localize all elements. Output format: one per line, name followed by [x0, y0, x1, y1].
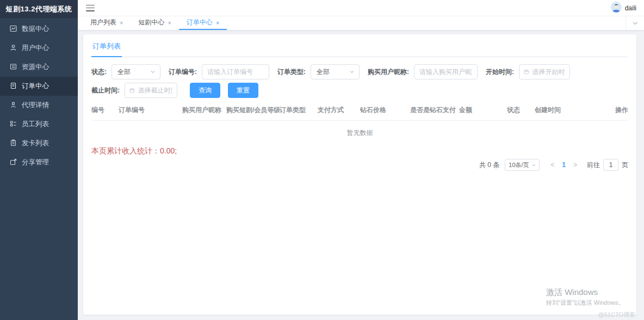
col-actions: 操作: [614, 106, 628, 115]
sidebar-item-card-list[interactable]: 发卡列表: [0, 134, 78, 153]
order-icon: [10, 82, 17, 91]
filter-row-2: 截止时间: 查询 重置: [91, 83, 628, 98]
end-time-input[interactable]: [138, 87, 172, 94]
sidebar-item-label: 订单中心: [22, 82, 49, 91]
sidebar-item-share-manage[interactable]: 分享管理: [0, 153, 78, 172]
sidebar-item-agent-detail[interactable]: 代理详情: [0, 96, 78, 115]
col-pay-method: 支付方式: [318, 106, 360, 115]
goto-page-input[interactable]: [603, 159, 618, 171]
user-icon: [10, 44, 17, 53]
sidebar-item-staff-list[interactable]: 员工列表: [0, 115, 78, 134]
topbar: daili: [78, 0, 644, 16]
pagination: 共 0 条 10条/页 < 1 > 前往 页: [91, 159, 628, 171]
sidebar-item-data-center[interactable]: 数据中心: [0, 20, 78, 39]
page-size-value: 10条/页: [509, 161, 529, 169]
user-menu[interactable]: daili: [611, 2, 636, 14]
col-diamond-price: 钻石价格: [360, 106, 410, 115]
sidebar-item-resource-center[interactable]: 资源中心: [0, 58, 78, 77]
col-drama-level: 购买短剧/会员等级: [226, 106, 280, 115]
tab-label: 短剧中心: [138, 18, 164, 27]
chevron-down-icon: [349, 69, 355, 75]
close-icon[interactable]: ×: [216, 20, 219, 26]
tab-label: 订单中心: [187, 18, 213, 27]
start-time-picker[interactable]: [519, 64, 570, 79]
calendar-icon: [524, 69, 529, 75]
sidebar-nav: 数据中心 用户中心 资源中心 订单中心 代理详情 员工列表 发卡列表 分享管理: [0, 18, 78, 172]
status-select-value: 全部: [117, 67, 131, 77]
end-time-picker[interactable]: [125, 83, 177, 98]
order-type-label: 订单类型:: [277, 67, 306, 77]
agent-icon: [10, 101, 17, 110]
sidebar-item-label: 代理详情: [22, 101, 49, 110]
col-amount: 金额: [459, 106, 507, 115]
tab-drama-center[interactable]: 短剧中心 ×: [131, 16, 178, 30]
tab-user-list[interactable]: 用户列表 ×: [83, 16, 131, 30]
reset-button[interactable]: 重置: [228, 83, 258, 98]
page-size-select[interactable]: 10条/页: [505, 159, 540, 171]
order-list-card: 订单列表 状态: 全部 订单编号: 订单类型: 全部: [83, 34, 636, 315]
sidebar-item-label: 资源中心: [22, 63, 49, 72]
sidebar-item-label: 用户中心: [22, 44, 49, 53]
col-order-type: 订单类型: [280, 106, 318, 115]
sidebar-item-label: 分享管理: [22, 158, 49, 167]
prev-page-button[interactable]: <: [546, 161, 559, 169]
col-is-diamond-pay: 是否是钻石支付: [410, 106, 459, 115]
next-page-button[interactable]: >: [569, 161, 581, 169]
buyer-label: 购买用户昵称:: [368, 67, 409, 77]
hamburger-icon[interactable]: [86, 5, 95, 11]
close-icon[interactable]: ×: [168, 20, 171, 26]
goto-label: 前往: [587, 161, 600, 170]
start-time-label: 开始时间:: [486, 67, 514, 77]
empty-state-text: 暂无数据: [91, 121, 628, 143]
col-created-time: 创建时间: [535, 106, 614, 115]
start-time-input[interactable]: [532, 68, 565, 76]
table-header-row: 编号 订单编号 购买用户昵称 购买短剧/会员等级 订单类型 支付方式 钻石价格 …: [91, 106, 628, 121]
username: daili: [625, 4, 636, 12]
order-type-select-value: 全部: [317, 67, 330, 77]
tab-bar: 用户列表 × 短剧中心 × 订单中心 ×: [78, 16, 644, 30]
main-area: daili 用户列表 × 短剧中心 × 订单中心 × 订单列表 状态:: [78, 0, 644, 320]
col-buyer-nickname: 购买用户昵称: [182, 106, 226, 115]
sidebar-item-label: 员工列表: [22, 120, 49, 129]
tab-order-center[interactable]: 订单中心 ×: [179, 16, 227, 30]
share-icon: [10, 158, 17, 167]
sidebar-item-label: 发卡列表: [22, 139, 49, 148]
end-time-label: 截止时间:: [91, 86, 120, 95]
sidebar-item-order-center[interactable]: 订单中心: [0, 77, 78, 96]
avatar: [611, 2, 622, 14]
sidebar-item-label: 数据中心: [22, 24, 49, 34]
sidebar-item-user-center[interactable]: 用户中心: [0, 39, 78, 58]
status-label: 状态:: [91, 67, 107, 77]
chart-icon: [10, 25, 17, 34]
chevron-down-icon: [150, 69, 156, 75]
sidebar: 短剧13.2代理端系统 数据中心 用户中心 资源中心 订单中心 代理详情 员工列…: [0, 0, 78, 320]
resource-icon: [10, 63, 17, 72]
card-icon: [10, 139, 17, 148]
pagination-total: 共 0 条: [479, 161, 499, 170]
page-number-1[interactable]: 1: [559, 161, 569, 169]
chevron-down-icon: [531, 163, 536, 168]
goto-suffix: 页: [622, 161, 628, 170]
order-no-input[interactable]: [202, 64, 269, 79]
search-button[interactable]: 查询: [190, 83, 220, 98]
buyer-input[interactable]: [414, 64, 478, 79]
calendar-icon: [129, 87, 135, 94]
col-status: 状态: [507, 106, 535, 115]
status-select[interactable]: 全部: [112, 64, 160, 79]
staff-icon: [10, 120, 17, 129]
order-type-select[interactable]: 全部: [311, 64, 360, 79]
tab-label: 用户列表: [90, 18, 116, 27]
tab-options-chevron-down-icon[interactable]: [626, 16, 644, 30]
order-no-label: 订单编号:: [169, 67, 197, 77]
content-area: 订单列表 状态: 全部 订单编号: 订单类型: 全部: [78, 30, 644, 320]
col-order-no: 订单编号: [119, 106, 182, 115]
app-title: 短剧13.2代理端系统: [0, 0, 78, 18]
card-tab-order-list[interactable]: 订单列表: [91, 41, 122, 57]
col-number: 编号: [91, 106, 119, 115]
filter-row-1: 状态: 全部 订单编号: 订单类型: 全部: [91, 64, 628, 79]
page-income-summary: 本页累计收入统计：0.00;: [91, 146, 628, 156]
card-tab-header: 订单列表: [91, 34, 628, 57]
close-icon[interactable]: ×: [120, 20, 123, 26]
